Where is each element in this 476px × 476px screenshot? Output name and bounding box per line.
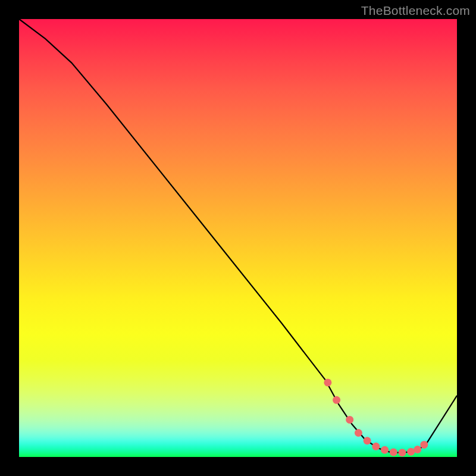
- marker-point: [355, 429, 362, 437]
- marker-point: [346, 416, 353, 424]
- chart-container: TheBottleneck.com: [0, 0, 476, 476]
- marker-point: [390, 448, 397, 456]
- chart-svg: [19, 19, 457, 457]
- marker-point: [372, 443, 380, 450]
- marker-point: [333, 396, 340, 404]
- plot-area: [19, 19, 457, 457]
- marker-point: [324, 378, 331, 386]
- marker-group: [324, 378, 428, 456]
- marker-point: [399, 449, 406, 456]
- marker-point: [420, 441, 428, 449]
- marker-point: [414, 446, 421, 453]
- marker-point: [381, 446, 389, 454]
- marker-point: [364, 437, 371, 444]
- curve-line: [19, 19, 457, 453]
- marker-point: [407, 448, 415, 456]
- watermark-text: TheBottleneck.com: [361, 4, 470, 18]
